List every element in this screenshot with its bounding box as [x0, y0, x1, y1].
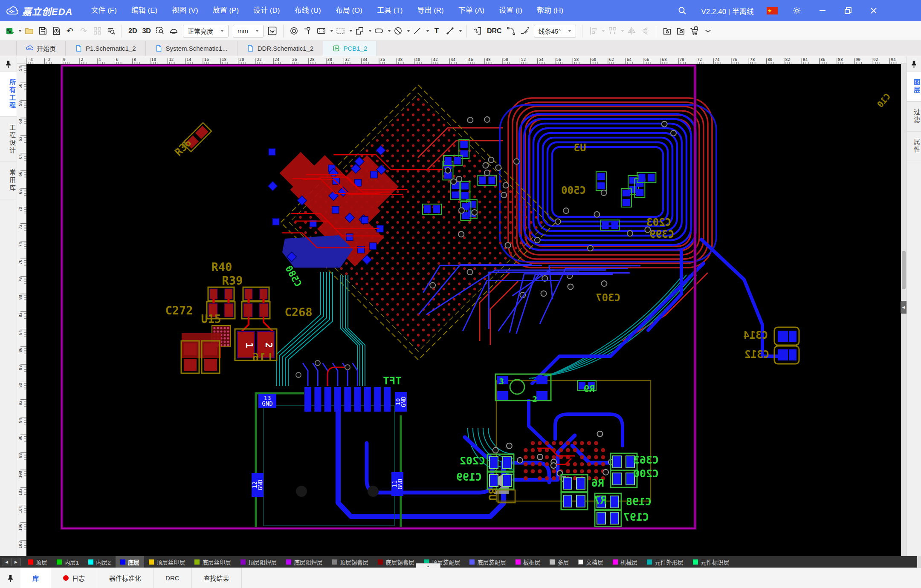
mirror-vertical-button[interactable] [639, 24, 652, 38]
minimize-button[interactable] [816, 4, 829, 17]
line-button[interactable] [411, 24, 424, 38]
layer-scroll-right-button[interactable]: ▶ [12, 558, 20, 566]
keepout-button[interactable] [392, 24, 405, 38]
left-sidebar-item[interactable]: 所有工程 [0, 72, 17, 117]
tab-pcb1-2[interactable]: PCB1_2 [323, 41, 377, 56]
mirror-horizontal-button[interactable] [625, 24, 638, 38]
layer-tab[interactable]: 顶层锡膏层 [327, 556, 374, 568]
chevron-down-icon[interactable] [407, 30, 410, 32]
bottom-tab[interactable]: 日志 [51, 568, 97, 588]
layer-tab[interactable]: 底层阻焊层 [281, 556, 327, 568]
left-sidebar-item[interactable]: 常用库 [0, 162, 17, 199]
pcb-canvas-area[interactable]: R36R40R39C272C268U15L16C580C810TFTU3C500… [26, 64, 907, 556]
save-button[interactable] [36, 24, 49, 38]
layer-tab[interactable]: 内层2 [84, 556, 116, 568]
chevron-down-icon[interactable] [388, 30, 391, 32]
route-button[interactable] [505, 24, 518, 38]
undo-button[interactable]: ↶ [64, 24, 76, 38]
layer-tab[interactable]: 底层锡膏层 [373, 556, 419, 568]
menu-item[interactable]: 设置 (I) [492, 0, 530, 21]
distribute-button[interactable] [606, 24, 619, 38]
layer-tab[interactable]: 机械层 [608, 556, 643, 568]
menu-item[interactable]: 文件 (F) [84, 0, 124, 21]
close-button[interactable] [867, 4, 880, 17]
layer-scroll-left-button[interactable]: ◀ [2, 558, 12, 566]
save-history-button[interactable] [50, 24, 63, 38]
chevron-down-icon[interactable] [459, 30, 462, 32]
chevron-down-icon[interactable] [349, 30, 353, 32]
pin-button[interactable] [301, 24, 314, 38]
hide-ratlines-button[interactable] [266, 24, 279, 38]
right-sidebar-item[interactable]: 图层 [907, 72, 921, 101]
find-similar-button[interactable] [104, 24, 117, 38]
menu-item[interactable]: 帮助 (H) [530, 0, 571, 21]
export-coordinate-button[interactable] [674, 24, 687, 38]
new-pcb-button[interactable] [3, 24, 16, 38]
chevron-down-icon[interactable] [426, 30, 429, 32]
order-pcb-button[interactable] [688, 24, 701, 38]
layer-tab[interactable]: 板框层 [511, 556, 545, 568]
search-icon[interactable] [676, 4, 689, 17]
bottom-tab[interactable]: 器件标准化 [97, 568, 154, 588]
align-grid-button[interactable] [91, 24, 104, 38]
layer-tab[interactable]: 顶层 [23, 556, 52, 568]
bottom-panel-collapse-button[interactable]: ▲ [416, 563, 440, 568]
chevron-down-icon[interactable] [330, 30, 333, 32]
chevron-down-icon[interactable] [621, 30, 624, 32]
tab-p1-schematic1-2[interactable]: P1.Schematic1_2 [66, 41, 146, 56]
bottom-tab[interactable]: 查找结果 [192, 568, 242, 588]
menu-item[interactable]: 下单 (A) [451, 0, 492, 21]
footprint-button[interactable] [315, 24, 328, 38]
import-button[interactable] [471, 24, 484, 38]
layer-tab[interactable]: 多层 [545, 556, 573, 568]
diff-pair-button[interactable] [518, 24, 531, 38]
chevron-down-icon[interactable] [368, 30, 372, 32]
right-sidebar-item[interactable]: 过滤 [907, 101, 921, 131]
menu-item[interactable]: 设计 (D) [246, 0, 287, 21]
text-button[interactable]: T [430, 24, 443, 38]
collapse-toolbar-button[interactable] [701, 24, 714, 38]
chevron-down-icon[interactable] [18, 30, 22, 32]
menu-item[interactable]: 导出 (R) [410, 0, 451, 21]
selection-rect-button[interactable] [334, 24, 347, 38]
left-sidebar-item[interactable]: 工程设计 [0, 117, 17, 162]
chevron-down-icon[interactable] [602, 30, 605, 32]
menu-item[interactable]: 布局 (O) [328, 0, 370, 21]
menu-item[interactable]: 布线 (U) [287, 0, 328, 21]
menu-item[interactable]: 工具 (T) [370, 0, 410, 21]
right-pin-icon[interactable] [907, 56, 921, 72]
redo-button[interactable]: ↷ [77, 24, 90, 38]
layer-tab[interactable]: 顶层阻焊层 [236, 556, 282, 568]
export-gerber-button[interactable] [660, 24, 673, 38]
tab--[interactable]: 开始页 [16, 41, 66, 56]
tab-system-schematic1-[interactable]: System.Schematic1... [146, 41, 237, 56]
menu-item[interactable]: 放置 (P) [206, 0, 246, 21]
bottom-pin-icon[interactable] [0, 568, 20, 588]
view-2d-button[interactable]: 2D [126, 24, 139, 38]
layer-tab[interactable]: 文档层 [573, 556, 608, 568]
layer-tab[interactable]: 元件标识层 [688, 556, 734, 568]
line-mode-select[interactable]: 线条45° [534, 25, 576, 37]
layer-tab[interactable]: 元件外形层 [642, 556, 688, 568]
menu-item[interactable]: 视图 (V) [165, 0, 205, 21]
pcb-canvas[interactable]: R36R40R39C272C268U15L16C580C810TFTU3C500… [26, 64, 907, 556]
open-button[interactable] [23, 24, 35, 38]
view-3d-button[interactable]: 3D [140, 24, 153, 38]
right-sidebar-item[interactable]: 属性 [907, 131, 921, 161]
gear-icon[interactable] [791, 4, 803, 17]
bottom-tab[interactable]: DRC [154, 568, 192, 588]
layer-tab[interactable]: 内层1 [52, 556, 84, 568]
drc-button[interactable]: DRC [485, 24, 504, 38]
copper-pour-button[interactable] [353, 24, 366, 38]
bottom-tab[interactable]: 库 [20, 568, 51, 588]
unit-select[interactable]: mm [233, 25, 264, 37]
layer-tab[interactable]: 底层 [116, 556, 144, 568]
align-button[interactable] [587, 24, 600, 38]
maximize-button[interactable] [842, 4, 854, 17]
layer-tab[interactable]: 底层丝印层 [190, 556, 236, 568]
brightness-select[interactable]: 正常亮度 [183, 25, 229, 37]
left-pin-icon[interactable] [0, 56, 17, 72]
zoom-region-button[interactable] [154, 24, 167, 38]
brightness-button[interactable] [168, 24, 180, 38]
via-button[interactable] [288, 24, 301, 38]
